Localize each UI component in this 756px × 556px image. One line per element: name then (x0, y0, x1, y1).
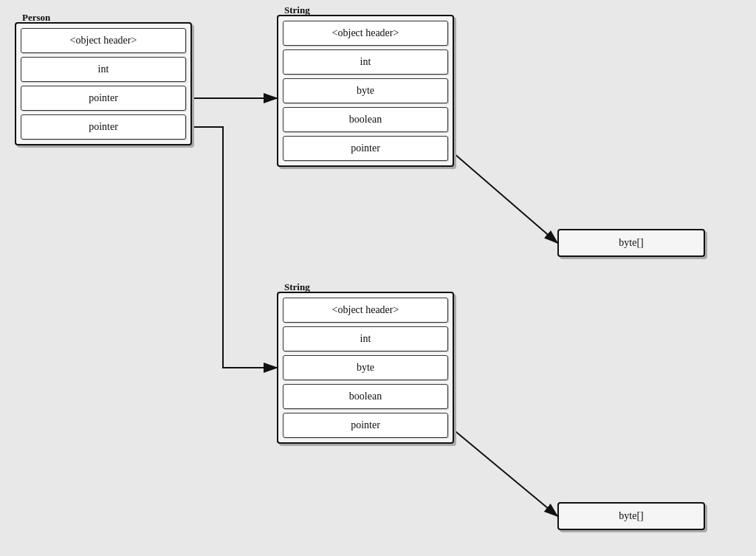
person-title: Person (18, 10, 55, 25)
string-box-top: String <object header> int byte boolean … (277, 15, 454, 167)
byte-bottom-label: byte[] (619, 510, 643, 522)
svg-line-2 (448, 148, 557, 243)
diagram: Person <object header> int pointer point… (0, 0, 756, 556)
string-top-field-0: <object header> (283, 21, 448, 46)
person-field-0: <object header> (21, 28, 186, 53)
string-bottom-field-0: <object header> (283, 298, 448, 323)
byte-top-label: byte[] (619, 237, 643, 249)
string-bottom-title: String (280, 280, 315, 295)
string-top-title: String (280, 3, 315, 18)
byte-box-bottom: byte[] (557, 502, 705, 530)
string-bottom-field-2: byte (283, 355, 448, 380)
string-bottom-field-3: boolean (283, 384, 448, 409)
svg-line-3 (448, 425, 557, 516)
string-bottom-field-4: pointer (283, 413, 448, 438)
string-top-fields: <object header> int byte boolean pointer (278, 16, 453, 165)
person-box: Person <object header> int pointer point… (15, 22, 192, 145)
string-bottom-fields: <object header> int byte boolean pointer (278, 293, 453, 442)
string-box-bottom: String <object header> int byte boolean … (277, 292, 454, 444)
person-field-2: pointer (21, 86, 186, 111)
string-top-field-2: byte (283, 78, 448, 103)
person-field-1: int (21, 57, 186, 82)
string-top-field-1: int (283, 49, 448, 75)
byte-box-top: byte[] (557, 229, 705, 257)
string-top-field-4: pointer (283, 136, 448, 161)
person-field-3: pointer (21, 114, 186, 140)
person-fields: <object header> int pointer pointer (16, 24, 190, 144)
string-top-field-3: boolean (283, 107, 448, 132)
string-bottom-field-1: int (283, 326, 448, 351)
